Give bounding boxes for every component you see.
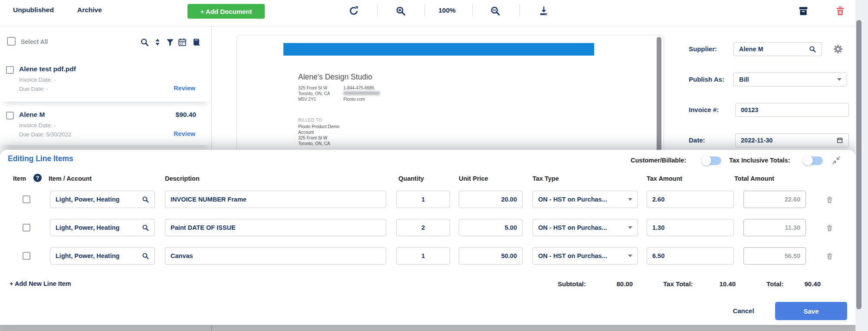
supplier-search-icon[interactable] [809, 45, 816, 53]
sidebar-divider [211, 26, 212, 150]
quantity-value: 1 [421, 252, 425, 259]
zoom-level-indicator: 100% [435, 7, 459, 14]
tax-amount-field[interactable]: 2.60 [647, 191, 734, 208]
invoice-website: Plooto.com [343, 96, 365, 102]
total-amount-field: 56.50 [743, 247, 806, 265]
invoice-phone: 1-844-475-6686 [343, 85, 374, 91]
col-quantity: Quantity [398, 175, 424, 182]
delete-line-icon[interactable] [825, 223, 834, 233]
billed-to-line: 325 Front St W [298, 135, 327, 141]
description-field[interactable]: Canvas [165, 247, 386, 265]
collapse-panel-icon[interactable] [832, 156, 841, 165]
quantity-field[interactable]: 1 [396, 191, 450, 208]
page-scrollbar-thumb[interactable] [856, 20, 861, 309]
customer-billable-label: Customer/Billable: [631, 157, 686, 164]
document-invoice-date: Invoice Date: - [19, 76, 56, 83]
subtotal-value: 80.00 [599, 280, 633, 288]
document-checkbox[interactable] [6, 112, 14, 119]
col-item-account: Item / Account [49, 175, 92, 182]
select-all-checkbox[interactable] [7, 37, 16, 46]
item-account-value: Light, Power, Heating [56, 224, 119, 231]
filter-icon[interactable] [165, 37, 175, 47]
item-account-field[interactable]: Light, Power, Heating [50, 219, 155, 236]
zoom-out-icon[interactable] [490, 5, 501, 17]
refresh-icon[interactable] [348, 5, 359, 17]
search-icon[interactable] [140, 37, 149, 47]
tax-type-dropdown[interactable]: ON - HST on Purchas... [533, 191, 638, 208]
line-item-checkbox[interactable] [23, 195, 30, 203]
account-search-icon[interactable] [141, 252, 149, 260]
col-total-amount: Total Amount [734, 175, 774, 182]
date-field[interactable]: 2022-11-30 [735, 133, 849, 147]
unit-price-field[interactable]: 50.00 [459, 247, 523, 265]
editing-line-items-panel: Editing Line Items Customer/Billable: Ta… [0, 150, 855, 325]
ledger-book-icon[interactable] [191, 37, 201, 47]
supplier-field[interactable]: Alene M [733, 42, 822, 56]
document-list-item[interactable]: Alene test pdf.pdf Invoice Date: - Due D… [0, 61, 211, 102]
billed-to-line: Account [298, 129, 314, 135]
tab-unpublished[interactable]: Unpublished [13, 6, 54, 14]
download-icon[interactable] [538, 5, 549, 17]
toolbar-separator [424, 4, 425, 17]
quantity-field[interactable]: 1 [396, 247, 450, 265]
document-checkbox[interactable] [6, 66, 14, 74]
calendar-icon[interactable] [178, 37, 187, 47]
unit-price-value: 50.00 [501, 252, 517, 259]
billed-to-line: Plooto Product Demo [298, 124, 339, 129]
help-icon[interactable]: ? [33, 174, 42, 182]
save-button[interactable]: Save [775, 302, 847, 320]
description-field[interactable]: Paint DATE OF ISSUE [165, 219, 386, 236]
toolbar-separator [377, 4, 378, 17]
cancel-button[interactable]: Cancel [724, 307, 763, 314]
tax-amount-value: 1.30 [652, 224, 664, 231]
account-search-icon[interactable] [141, 195, 149, 203]
billed-to-label: BILLED TO [298, 118, 322, 122]
tax-amount-field[interactable]: 6.50 [647, 247, 734, 265]
gear-icon[interactable] [832, 43, 844, 55]
tax-amount-field[interactable]: 1.30 [647, 219, 734, 236]
delete-line-icon[interactable] [825, 195, 834, 205]
invoice-address-line: M5V 2Y1 [298, 96, 316, 102]
item-account-field[interactable]: Light, Power, Heating [50, 247, 155, 265]
sort-icon[interactable] [153, 37, 162, 47]
review-link[interactable]: Review [174, 85, 195, 92]
tax-type-dropdown[interactable]: ON - HST on Purchas... [533, 219, 638, 236]
unit-price-field[interactable]: 20.00 [459, 191, 523, 208]
col-unit-price: Unit Price [459, 175, 488, 182]
document-list-item[interactable]: Alene M $90.40 Invoice Date: - Due Date:… [0, 107, 211, 145]
chevron-down-icon [628, 255, 632, 257]
account-search-icon[interactable] [141, 224, 149, 232]
supplier-value: Alene M [739, 46, 763, 53]
tab-archive[interactable]: Archive [77, 6, 102, 14]
zoom-in-icon[interactable] [395, 5, 406, 17]
panel-title: Editing Line Items [8, 154, 73, 163]
add-new-line-item-link[interactable]: + Add New Line Item [10, 280, 71, 287]
add-document-button[interactable]: + Add Document [187, 4, 265, 19]
delete-trash-icon[interactable] [835, 5, 846, 17]
total-amount-value: 11.30 [785, 224, 801, 231]
invoice-number-field[interactable]: 00123 [735, 103, 849, 117]
preview-scrollbar-thumb[interactable] [657, 37, 661, 159]
tax-amount-value: 2.60 [652, 196, 664, 203]
review-link[interactable]: Review [174, 130, 195, 137]
description-field[interactable]: INVOICE NUMBER Frame [165, 191, 386, 208]
line-item-checkbox[interactable] [23, 224, 30, 232]
chevron-down-icon [837, 78, 842, 81]
date-picker-icon[interactable] [836, 137, 843, 144]
tax-type-dropdown[interactable]: ON - HST on Purchas... [533, 247, 638, 265]
tax-inclusive-label: Tax Inclusive Totals: [729, 157, 790, 164]
quantity-field[interactable]: 2 [396, 219, 450, 236]
document-invoice-date: Invoice Date: - [19, 122, 56, 129]
tax-inclusive-toggle[interactable] [804, 156, 823, 165]
delete-line-icon[interactable] [825, 252, 834, 261]
line-item-checkbox[interactable] [23, 252, 30, 260]
customer-billable-toggle[interactable] [702, 156, 721, 165]
billed-to-line: Toronto, ON, CA [298, 141, 330, 146]
publish-as-dropdown[interactable]: Bill [733, 73, 847, 86]
toolbar-divider [0, 26, 855, 26]
select-all-label: Select All [21, 38, 48, 45]
archive-box-icon[interactable] [798, 5, 809, 17]
total-value: 90.40 [788, 280, 821, 288]
unit-price-field[interactable]: 5.00 [459, 219, 523, 236]
item-account-field[interactable]: Light, Power, Heating [50, 191, 155, 208]
